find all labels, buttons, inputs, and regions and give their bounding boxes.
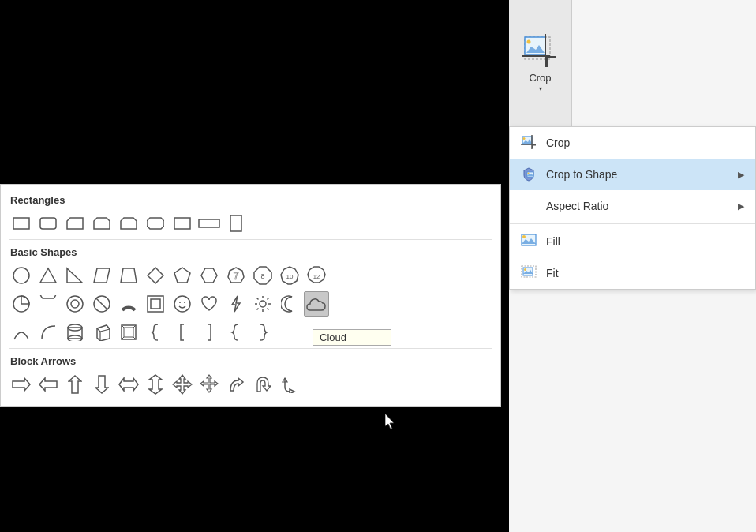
shape-cube[interactable] [89, 320, 114, 345]
crop-toolbar: Crop ▾ Crop [509, 0, 756, 532]
svg-line-75 [107, 325, 110, 329]
arrow-up-down[interactable] [143, 372, 168, 397]
shape-oval[interactable] [9, 263, 34, 288]
svg-point-10 [523, 137, 526, 140]
shape-pie[interactable] [9, 291, 34, 317]
shape-snip-corner[interactable] [62, 211, 88, 236]
svg-marker-88 [119, 378, 138, 391]
aspect-ratio-arrow: ▶ [738, 201, 744, 212]
menu-item-crop[interactable]: Crop [510, 127, 755, 159]
shape-snip-2-corners[interactable] [89, 211, 114, 236]
svg-line-66 [257, 298, 259, 300]
shape-octagon[interactable]: 8 [250, 263, 275, 288]
svg-point-3 [526, 40, 530, 44]
shape-chord[interactable] [36, 291, 61, 317]
shape-right-triangle[interactable] [62, 263, 88, 288]
basic-shapes-row-3 [9, 320, 492, 345]
shape-moon[interactable] [277, 291, 302, 317]
cursor [385, 414, 395, 429]
block-arrows-row-1 [9, 372, 492, 397]
menu-item-fill[interactable]: Fill [510, 226, 755, 257]
svg-marker-36 [67, 268, 82, 283]
basic-shapes-header: Basic Shapes [9, 243, 492, 263]
svg-marker-41 [201, 268, 217, 283]
arrow-down[interactable] [89, 372, 114, 397]
menu-item-fit[interactable]: Fit [510, 257, 755, 289]
divider-rectangles [9, 239, 492, 240]
shape-right-brace[interactable] [250, 320, 275, 345]
shape-arc[interactable] [36, 320, 61, 345]
shape-smiley-face[interactable] [170, 291, 195, 317]
shape-decagon[interactable]: 10 [277, 263, 302, 288]
shape-heptagon[interactable]: 7 [223, 263, 249, 288]
shape-rect-plain[interactable] [170, 211, 195, 236]
arrow-left[interactable] [36, 372, 61, 397]
arrow-right[interactable] [9, 372, 34, 397]
svg-rect-56 [151, 299, 160, 309]
fill-icon [521, 234, 537, 249]
shape-triangle[interactable] [36, 263, 61, 288]
shape-panel: Rectangles Basic Shapes [0, 184, 501, 407]
crop-button-icon [522, 34, 560, 72]
svg-marker-37 [94, 268, 110, 283]
shape-dodecagon[interactable]: 12 [304, 263, 329, 288]
arrow-u-turn[interactable] [250, 372, 275, 397]
shape-sun[interactable] [250, 291, 275, 317]
arrow-left-right[interactable] [116, 372, 141, 397]
menu-item-crop-to-shape[interactable]: Crop to Shape ▶ [510, 159, 755, 190]
svg-point-58 [179, 302, 181, 303]
shape-trapezoid[interactable] [116, 263, 141, 288]
svg-point-61 [260, 301, 266, 307]
svg-point-52 [71, 300, 79, 308]
svg-line-67 [268, 309, 269, 310]
shape-diamond[interactable] [143, 263, 168, 288]
shape-rectangle[interactable] [9, 211, 34, 236]
shape-cloud[interactable]: Cloud [304, 291, 329, 317]
shape-pentagon[interactable] [170, 263, 195, 288]
arrow-down-bend[interactable] [277, 372, 302, 397]
shape-heart[interactable] [196, 291, 222, 317]
shape-hexagon[interactable] [196, 263, 222, 288]
shape-rect-wide[interactable] [196, 211, 222, 236]
svg-marker-89 [149, 375, 162, 394]
shape-frame[interactable] [143, 291, 168, 317]
arrow-up[interactable] [62, 372, 88, 397]
shape-left-brace-2[interactable] [223, 320, 249, 345]
arrow-curved-right[interactable] [223, 372, 249, 397]
svg-marker-73 [97, 325, 110, 341]
crop-button[interactable]: Crop ▾ [509, 0, 572, 126]
menu-item-aspect-ratio[interactable]: Aspect Ratio ▶ [510, 190, 755, 222]
shape-rect-tall[interactable] [223, 211, 249, 236]
shape-block-arc[interactable] [116, 291, 141, 317]
shape-curved-connector[interactable] [9, 320, 34, 345]
shape-snip-round[interactable] [116, 211, 141, 236]
shape-no-symbol[interactable] [89, 291, 114, 317]
shape-rounded-rect[interactable] [36, 211, 61, 236]
rectangles-row [9, 211, 492, 236]
svg-marker-28 [94, 218, 110, 229]
menu-item-fit-label: Fit [546, 267, 744, 279]
svg-text:7: 7 [233, 270, 238, 282]
shape-cylinder[interactable] [62, 320, 88, 345]
arrow-four-way[interactable] [170, 372, 195, 397]
menu-item-aspect-ratio-label: Aspect Ratio [546, 200, 728, 212]
menu-item-crop-label: Crop [546, 137, 744, 149]
svg-marker-29 [121, 218, 137, 229]
shape-snip-2-same[interactable] [143, 211, 168, 236]
svg-text:10: 10 [286, 273, 294, 280]
shape-lightning[interactable] [223, 291, 249, 317]
svg-rect-79 [124, 328, 133, 337]
shape-right-bracket[interactable] [196, 320, 222, 345]
svg-rect-33 [230, 215, 241, 231]
svg-marker-91 [200, 375, 218, 392]
svg-rect-25 [13, 218, 29, 229]
shape-left-bracket[interactable] [170, 320, 195, 345]
svg-point-17 [528, 173, 530, 174]
shape-bevel[interactable] [116, 320, 141, 345]
shape-parallelogram[interactable] [89, 263, 114, 288]
arrow-quad[interactable] [196, 372, 222, 397]
shape-donut[interactable] [62, 291, 88, 317]
svg-rect-55 [148, 296, 163, 312]
shape-left-brace[interactable] [143, 320, 168, 345]
svg-marker-90 [173, 375, 192, 394]
